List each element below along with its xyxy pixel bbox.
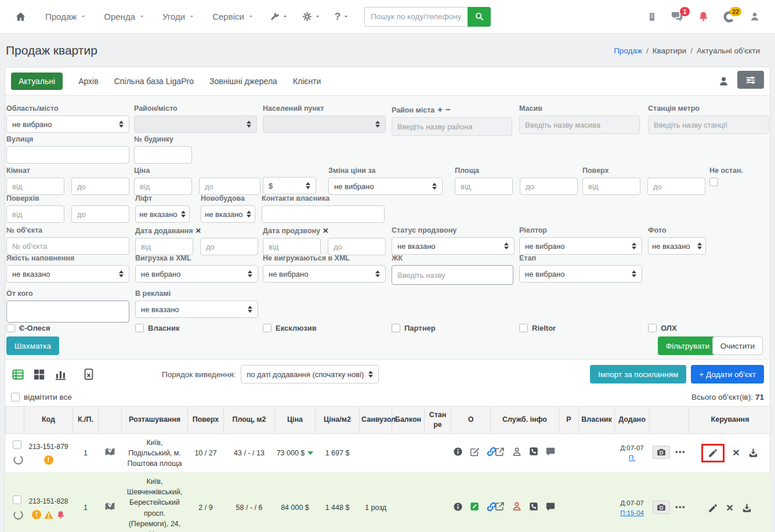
menu-prodazh[interactable]: Продаж	[37, 12, 95, 21]
rieltor-select[interactable]: не вибрано	[519, 237, 642, 255]
alert-bell-icon[interactable]	[56, 510, 65, 520]
currency-select[interactable]: $	[263, 177, 316, 194]
clear-date-added-icon[interactable]: ✕	[195, 227, 201, 235]
map-icon[interactable]	[104, 500, 116, 512]
rieltor-checkbox[interactable]	[519, 324, 528, 332]
floors-to-input[interactable]	[71, 205, 129, 223]
import-by-link-button[interactable]: Імпорт за посиланням	[590, 365, 686, 383]
zhk-input[interactable]	[392, 265, 513, 285]
object-number-input[interactable]	[6, 237, 129, 255]
external-link-icon[interactable]	[494, 501, 505, 512]
warning-triangle-icon[interactable]	[44, 510, 54, 520]
breadcrumb-link-prodazh[interactable]: Продаж	[614, 46, 642, 55]
owner-person-icon[interactable]	[512, 446, 522, 457]
district-city-select[interactable]	[134, 115, 257, 133]
help-menu[interactable]: ?	[328, 11, 356, 23]
region-select[interactable]: не вибрано	[6, 115, 129, 133]
floor-to-input[interactable]	[647, 178, 705, 195]
rooms-to-input[interactable]	[71, 178, 129, 195]
status-ring-icon[interactable]	[13, 454, 24, 465]
owner-contacts-input[interactable]	[262, 205, 385, 223]
more-actions-button[interactable]: •••	[675, 502, 686, 513]
grid-view-icon[interactable]	[32, 368, 46, 381]
delete-icon[interactable]: ✕	[726, 504, 733, 513]
street-input[interactable]	[6, 146, 129, 164]
remove-district-icon[interactable]: −	[446, 104, 451, 114]
in-ads-select[interactable]: не вказано	[135, 301, 258, 318]
date-added-from-input[interactable]	[135, 238, 193, 255]
tab-ligapro[interactable]: Спільна база LigaPro	[114, 77, 194, 86]
price-to-input[interactable]	[199, 178, 260, 195]
edit-pencil-icon[interactable]	[708, 503, 718, 513]
excel-export-icon[interactable]	[82, 367, 95, 381]
newbuild-select[interactable]: не вказано	[201, 205, 255, 223]
menu-servisy[interactable]: Сервіси	[204, 12, 263, 21]
quality-select[interactable]: не вказано	[6, 265, 129, 283]
info-icon[interactable]	[453, 502, 463, 512]
from-whom-input[interactable]	[6, 301, 129, 323]
floors-from-input[interactable]	[6, 205, 64, 223]
price-from-input[interactable]	[134, 178, 192, 195]
list-view-icon[interactable]	[11, 368, 25, 381]
date-call-from-input[interactable]	[263, 238, 321, 255]
exclusive-checkbox[interactable]	[263, 324, 271, 332]
menu-orenda[interactable]: Оренда	[95, 12, 154, 21]
price-change-select[interactable]: не вибрано	[328, 178, 443, 195]
add-object-button[interactable]: + Додати об'єкт	[691, 365, 764, 383]
date-call-to-input[interactable]	[328, 238, 386, 255]
photos-button[interactable]	[653, 446, 670, 459]
tab-zovnishni[interactable]: Зовнішні джерела	[209, 77, 277, 86]
clear-filter-button[interactable]: Очистити	[712, 336, 763, 355]
comment-icon[interactable]	[545, 501, 556, 512]
olx-checkbox[interactable]	[648, 324, 657, 332]
search-input[interactable]	[364, 7, 468, 27]
search-button[interactable]	[468, 7, 491, 27]
building-input[interactable]	[134, 146, 192, 164]
filter-settings-button[interactable]	[737, 71, 764, 89]
vlasnyk-checkbox[interactable]	[135, 324, 144, 332]
phone-icon[interactable]	[528, 501, 539, 512]
comment-icon[interactable]	[545, 446, 556, 457]
floor-from-input[interactable]	[582, 178, 640, 195]
owner-person-icon[interactable]	[512, 501, 522, 512]
rooms-from-input[interactable]	[6, 178, 64, 195]
area-from-input[interactable]	[455, 178, 513, 195]
download-icon[interactable]	[741, 502, 752, 513]
tab-aktualni[interactable]: Актуальні	[11, 73, 63, 90]
warning-circle-icon[interactable]: !	[44, 455, 53, 465]
chart-view-icon[interactable]	[53, 368, 68, 381]
tools-menu[interactable]	[263, 12, 295, 21]
chess-button[interactable]: Шахматка	[6, 336, 59, 355]
xml-not-upload-select[interactable]: не вибрано	[263, 265, 386, 283]
date-added-to-input[interactable]	[200, 238, 258, 255]
price-down-icon[interactable]	[307, 451, 313, 455]
edit-pencil-icon[interactable]	[708, 448, 718, 458]
row-checkbox[interactable]	[13, 495, 21, 504]
tab-klienty[interactable]: Клієнти	[293, 77, 321, 86]
tab-arhiv[interactable]: Архів	[78, 77, 99, 86]
messages-icon[interactable]: 1	[671, 10, 684, 23]
edit-note-icon[interactable]	[469, 501, 480, 512]
notifications-bell-icon[interactable]	[698, 10, 709, 23]
xml-upload-select[interactable]: не вибрано	[135, 265, 258, 283]
e-olesya-checkbox[interactable]	[6, 324, 15, 332]
photo-select[interactable]: не вказано	[648, 237, 706, 255]
masiv-input[interactable]	[519, 115, 640, 134]
metro-input[interactable]	[648, 115, 769, 134]
not-last-checkbox[interactable]	[709, 178, 718, 186]
photos-button[interactable]	[653, 501, 670, 514]
row-checkbox[interactable]	[13, 440, 21, 449]
server-log-icon[interactable]	[647, 11, 657, 23]
etap-select[interactable]: не вибрано	[519, 265, 642, 283]
settings-menu[interactable]	[295, 12, 328, 21]
add-district-icon[interactable]: +	[437, 104, 443, 114]
settlement-select[interactable]	[263, 115, 386, 133]
status-ring-icon[interactable]	[13, 509, 24, 520]
coins-icon[interactable]: 22	[723, 10, 736, 23]
delete-icon[interactable]: ✕	[732, 448, 740, 458]
info-icon[interactable]	[453, 447, 463, 457]
city-district-input[interactable]	[392, 117, 512, 136]
menu-ugody[interactable]: Угоди	[154, 12, 204, 21]
external-link-icon[interactable]	[494, 446, 505, 457]
map-icon[interactable]	[104, 446, 116, 458]
